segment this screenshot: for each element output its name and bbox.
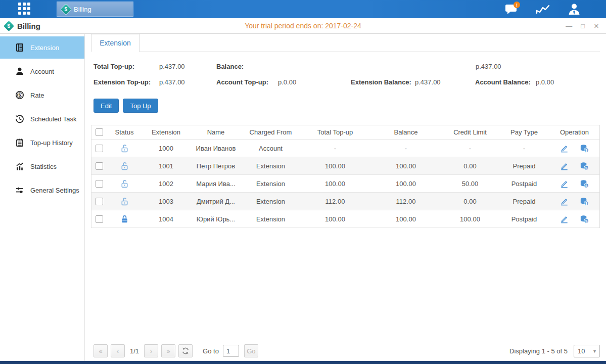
column-header-name: Name: [190, 128, 242, 136]
sidebar-item-label: Rate: [30, 92, 44, 99]
topup-coins-icon[interactable]: $: [579, 161, 589, 171]
sidebar-item-top-up-history[interactable]: Top-up History: [0, 131, 84, 154]
operation-cell: $: [549, 214, 599, 224]
dollar-circle-icon: $: [15, 90, 24, 100]
edit-pencil-icon[interactable]: [560, 161, 569, 171]
row-checkbox[interactable]: [96, 180, 103, 188]
summary-value: p.437.00: [159, 63, 216, 70]
row-checkbox[interactable]: [96, 145, 103, 152]
summary-value: p.0.00: [278, 78, 351, 86]
tab-extension[interactable]: Extension: [91, 34, 139, 52]
summary-value: p.437.00: [159, 78, 216, 86]
prev-page-button[interactable]: ‹: [111, 344, 125, 357]
billing-window-icon: $: [4, 20, 14, 31]
row-checkbox[interactable]: [96, 215, 103, 223]
cell-pay-type: Prepaid: [499, 198, 549, 205]
edit-button[interactable]: Edit: [94, 99, 119, 113]
topup-coins-icon[interactable]: $: [579, 179, 589, 189]
tabstrip: Extension: [91, 34, 600, 52]
cell-name: Петр Петров: [190, 162, 242, 170]
displaying-text: Displaying 1 - 5 of 5: [509, 347, 568, 355]
sidebar-item-scheduled-task[interactable]: Scheduled Task: [0, 108, 84, 130]
row-checkbox[interactable]: [96, 162, 103, 170]
maximize-icon[interactable]: □: [581, 23, 585, 29]
app-launcher-icon[interactable]: [18, 3, 32, 16]
sidebar-item-general-settings[interactable]: General Settings: [0, 179, 84, 201]
top-up-button[interactable]: Top Up: [123, 99, 158, 113]
cell-total-top-up: 100.00: [300, 162, 370, 170]
next-page-button[interactable]: ›: [144, 344, 158, 357]
cell-credit-limit: 50.00: [441, 180, 499, 188]
taskbar-billing-tab[interactable]: $ Billing: [57, 2, 133, 17]
cell-pay-type: Postpaid: [499, 215, 549, 223]
edit-pencil-icon[interactable]: [560, 179, 569, 189]
ledger-icon: [15, 43, 24, 52]
operation-cell: $: [549, 197, 599, 206]
cell-name: Юрий Юрь...: [190, 215, 242, 223]
window-titlebar: $ Billing Your trial period ends on: 201…: [0, 18, 606, 34]
sidebar-item-extension[interactable]: Extension: [0, 36, 84, 59]
close-icon[interactable]: ×: [594, 22, 599, 30]
svg-text:$: $: [18, 93, 21, 98]
summary-row: Total Top-up:p.437.00Balance:p.437.00: [91, 59, 600, 74]
reports-chart-icon[interactable]: [535, 3, 550, 16]
user-account-icon[interactable]: [567, 3, 582, 16]
edit-pencil-icon[interactable]: [560, 214, 569, 224]
cell-balance: 112.00: [370, 198, 441, 205]
topup-coins-icon[interactable]: $: [579, 197, 589, 206]
column-header-credit-limit: Credit Limit: [441, 128, 499, 136]
content-area: Extension Total Top-up:p.437.00Balance:p…: [85, 34, 606, 361]
lock-closed-icon: [120, 214, 129, 224]
cell-extension: 1000: [142, 145, 190, 152]
cell-charged-from: Extension: [242, 180, 300, 188]
edit-pencil-icon[interactable]: [560, 197, 569, 206]
sidebar-item-account[interactable]: Account: [0, 60, 84, 82]
summary-label: Balance:: [216, 63, 476, 70]
edit-pencil-icon[interactable]: [560, 144, 569, 153]
goto-label: Go to: [203, 347, 219, 355]
topup-coins-icon[interactable]: $: [579, 144, 589, 153]
summary-label: Account Top-up:: [216, 78, 278, 86]
chevron-down-icon: ▾: [593, 348, 596, 354]
cell-credit-limit: 100.00: [441, 215, 499, 223]
last-page-button[interactable]: »: [161, 344, 175, 357]
column-header-total-top-up: Total Top-up: [300, 128, 370, 136]
cell-total-top-up: 100.00: [300, 180, 370, 188]
extensions-table: StatusExtensionNameCharged FromTotal Top…: [91, 125, 600, 228]
topup-coins-icon[interactable]: $: [579, 214, 589, 224]
row-select-cell: [91, 180, 107, 188]
table-header-row: StatusExtensionNameCharged FromTotal Top…: [91, 125, 599, 140]
sidebar-item-label: Statistics: [30, 163, 57, 170]
page-size-select[interactable]: 10 ▾: [574, 345, 600, 357]
column-header-pay-type: Pay Type: [499, 128, 549, 136]
select-all-cell: [91, 128, 107, 136]
column-header-charged-from: Charged From: [242, 128, 300, 136]
cell-pay-type: Postpaid: [499, 180, 549, 188]
svg-text:$: $: [585, 166, 588, 170]
cell-total-top-up: 112.00: [300, 198, 370, 205]
cell-extension: 1004: [142, 215, 190, 223]
sidebar-item-statistics[interactable]: Statistics: [0, 155, 84, 177]
cell-name: Иван Иванов: [190, 145, 242, 152]
first-page-button[interactable]: «: [94, 344, 108, 357]
lock-open-icon: [120, 197, 129, 206]
go-button[interactable]: Go: [244, 344, 258, 357]
row-select-cell: [91, 215, 107, 223]
sliders-icon: [15, 186, 24, 195]
row-checkbox[interactable]: [96, 198, 103, 205]
goto-page-input[interactable]: [223, 345, 239, 357]
select-all-checkbox[interactable]: [96, 128, 103, 136]
cell-balance: 100.00: [370, 162, 441, 170]
bar-chart-icon: [15, 162, 24, 171]
refresh-button[interactable]: [178, 344, 193, 357]
notification-badge: !: [514, 2, 520, 8]
sidebar-item-rate[interactable]: $Rate: [0, 84, 84, 106]
lock-open-icon: [120, 161, 129, 171]
minimize-icon[interactable]: —: [566, 23, 572, 29]
cell-pay-type: Prepaid: [499, 162, 549, 170]
page-indicator: 1/1: [130, 347, 139, 355]
status-cell: [107, 142, 142, 155]
cell-name: Дмитрий Д...: [190, 198, 242, 205]
sidebar-item-label: Extension: [30, 44, 59, 52]
messages-icon[interactable]: !: [504, 3, 519, 16]
